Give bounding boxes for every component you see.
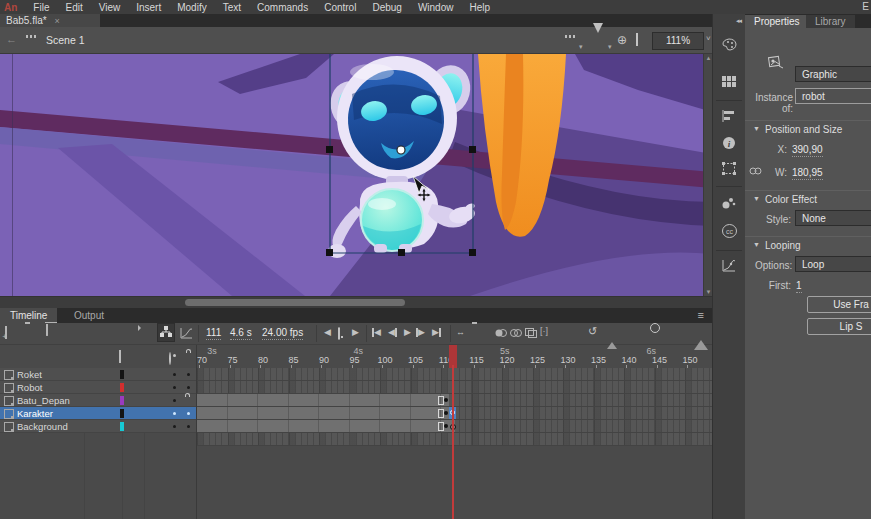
tab-output[interactable]: Output <box>64 308 114 323</box>
frame-track-roket[interactable] <box>197 368 712 381</box>
parenting-view-button[interactable] <box>157 323 175 342</box>
tab-timeline[interactable]: Timeline <box>0 308 57 323</box>
menu-edit[interactable]: Edit <box>57 2 90 13</box>
layer-row-batu_depan[interactable]: Batu_Depan <box>0 394 196 407</box>
back-arrow-icon[interactable]: ← <box>6 33 17 45</box>
menu-control[interactable]: Control <box>316 2 364 13</box>
next-frame-button[interactable]: ▶ <box>416 327 425 337</box>
workspace-switcher-cut[interactable]: E <box>862 1 869 12</box>
layer-lock-dot[interactable] <box>187 373 190 376</box>
eye-icon[interactable] <box>169 353 171 364</box>
layer-color-swatch[interactable] <box>120 383 124 392</box>
first-frame-value[interactable]: 1 <box>796 280 802 293</box>
onion-span-button[interactable]: ↔ <box>456 327 465 337</box>
loop-button[interactable] <box>338 328 340 339</box>
keyframe-marker[interactable] <box>444 398 448 402</box>
frame-track-batu_depan[interactable] <box>197 394 712 407</box>
reset-timeline-zoom-button[interactable]: ↺ <box>588 325 597 338</box>
menu-help[interactable]: Help <box>461 2 498 13</box>
layer-visibility-dot[interactable] <box>173 412 176 415</box>
timeline-zoom-out-icon[interactable] <box>607 331 617 342</box>
x-value[interactable]: 390,90 <box>792 144 823 157</box>
panel-menu-icon[interactable]: ≡ <box>698 309 704 321</box>
layer-color-swatch[interactable] <box>120 396 124 405</box>
layer-row-robot[interactable]: Robot <box>0 381 196 394</box>
timeline-zoom-in-icon[interactable] <box>694 329 708 340</box>
menu-window[interactable]: Window <box>410 2 462 13</box>
frame-track-robot[interactable] <box>197 381 712 394</box>
delete-layer-button[interactable] <box>46 324 48 335</box>
document-tab[interactable]: Bab5.fla* × <box>0 14 100 27</box>
edit-scene-caret-icon[interactable]: ▾ <box>579 43 583 51</box>
frame-span[interactable] <box>197 420 455 432</box>
tab-library[interactable]: Library <box>806 15 855 28</box>
prev-frame-button[interactable]: ◀ <box>388 327 397 337</box>
graph-editor-button[interactable] <box>180 328 193 341</box>
frame-span[interactable] <box>197 394 449 406</box>
frame-span[interactable] <box>197 407 449 419</box>
scroll-up-icon[interactable]: ▲ <box>705 55 712 61</box>
step-forward-button[interactable]: ▶ <box>352 327 359 337</box>
layer-row-roket[interactable]: Roket <box>0 368 196 381</box>
menu-insert[interactable]: Insert <box>128 2 169 13</box>
motion-editor-icon[interactable] <box>722 260 736 274</box>
onion-skin-button[interactable] <box>495 328 507 340</box>
close-icon[interactable]: × <box>55 16 60 26</box>
brush-library-icon[interactable] <box>722 196 736 211</box>
layer-color-swatch[interactable] <box>120 422 124 431</box>
play-button[interactable]: ▶ <box>404 327 411 337</box>
layer-lock-dot[interactable] <box>187 412 190 415</box>
link-width-height-icon[interactable] <box>749 166 762 177</box>
tab-properties[interactable]: Properties <box>745 15 809 28</box>
last-frame-button[interactable]: ▶ <box>432 327 441 337</box>
menu-debug[interactable]: Debug <box>364 2 409 13</box>
scrollbar-thumb[interactable] <box>185 299 405 306</box>
current-frame-value[interactable]: 111 <box>206 327 221 340</box>
new-layer-button[interactable] <box>5 327 7 338</box>
menu-text[interactable]: Text <box>215 2 249 13</box>
layer-visibility-dot[interactable] <box>173 386 176 389</box>
span-end-marker[interactable] <box>438 409 444 418</box>
frame-rate-value[interactable]: 24.00 fps <box>262 327 303 340</box>
w-value[interactable]: 180,95 <box>792 167 823 180</box>
zoom-level-select[interactable]: 111% <box>652 32 704 50</box>
scroll-down-icon[interactable]: ▼ <box>705 289 712 295</box>
section-position-size[interactable]: ▼ Position and Size <box>745 120 871 137</box>
frame-track-empty[interactable] <box>197 433 712 446</box>
swatches-panel-icon[interactable] <box>722 76 736 90</box>
menu-file[interactable]: File <box>25 2 57 13</box>
style-select[interactable]: None <box>795 210 871 226</box>
step-back-button[interactable]: ◀ <box>324 327 331 337</box>
frames-area[interactable]: 3s4s5s6s 7075808590951001051101151201251… <box>196 345 712 519</box>
edit-multiple-frames-button[interactable] <box>525 328 537 340</box>
layer-color-swatch[interactable] <box>120 409 124 418</box>
scene-name[interactable]: Scene 1 <box>46 34 85 46</box>
align-panel-icon[interactable] <box>722 110 736 124</box>
layer-visibility-dot[interactable] <box>173 399 176 402</box>
span-end-marker[interactable] <box>438 422 444 431</box>
layer-visibility-dot[interactable] <box>173 425 176 428</box>
frame-track-karakter[interactable] <box>197 407 712 420</box>
section-looping[interactable]: ▼ Looping <box>745 236 871 253</box>
stage-vertical-scrollbar[interactable]: ▲ ▼ <box>703 54 712 296</box>
layer-visibility-dot[interactable] <box>173 373 176 376</box>
menu-view[interactable]: View <box>91 2 129 13</box>
frame-track-background[interactable] <box>197 420 712 433</box>
layer-lock-dot[interactable] <box>187 425 190 428</box>
clip-content-icon[interactable] <box>636 34 638 45</box>
lip-sync-button[interactable]: Lip S <box>807 318 871 335</box>
chevron-down-icon[interactable]: ˅ <box>706 34 711 43</box>
layer-row-background[interactable]: Background <box>0 420 196 433</box>
span-end-marker[interactable] <box>438 396 444 405</box>
stage-canvas[interactable] <box>0 54 712 296</box>
elapsed-time-value[interactable]: 4.6 s <box>230 327 252 340</box>
menu-modify[interactable]: Modify <box>169 2 214 13</box>
info-panel-icon[interactable]: i <box>722 136 736 152</box>
section-color-effect[interactable]: ▼ Color Effect <box>745 190 871 207</box>
layer-lock-dot[interactable] <box>187 386 190 389</box>
layer-row-karakter[interactable]: Karakter <box>0 407 196 420</box>
first-frame-button[interactable]: ◀ <box>372 327 381 337</box>
edit-symbols-caret-icon[interactable]: ▾ <box>608 43 612 51</box>
keyframe-marker[interactable] <box>444 424 448 428</box>
symbol-type-select[interactable]: Graphic <box>795 66 871 82</box>
